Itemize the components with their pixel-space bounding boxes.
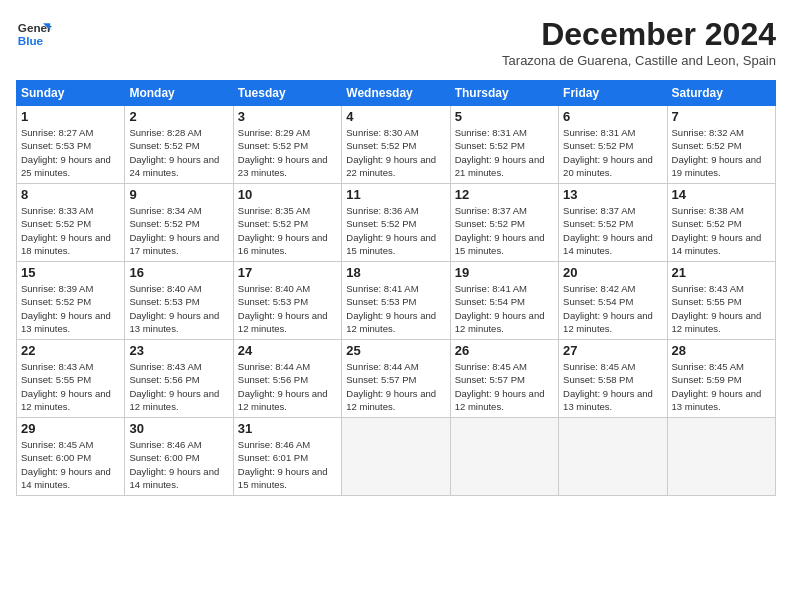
day-number: 13 — [563, 187, 662, 202]
day-info: Sunrise: 8:27 AMSunset: 5:53 PMDaylight:… — [21, 126, 120, 179]
day-number: 18 — [346, 265, 445, 280]
day-info: Sunrise: 8:38 AMSunset: 5:52 PMDaylight:… — [672, 204, 771, 257]
day-number: 16 — [129, 265, 228, 280]
calendar-day-cell: 6Sunrise: 8:31 AMSunset: 5:52 PMDaylight… — [559, 106, 667, 184]
day-number: 24 — [238, 343, 337, 358]
location-subtitle: Tarazona de Guarena, Castille and Leon, … — [502, 53, 776, 68]
calendar-day-cell: 30Sunrise: 8:46 AMSunset: 6:00 PMDayligh… — [125, 418, 233, 496]
day-info: Sunrise: 8:41 AMSunset: 5:54 PMDaylight:… — [455, 282, 554, 335]
day-number: 3 — [238, 109, 337, 124]
day-number: 31 — [238, 421, 337, 436]
day-number: 20 — [563, 265, 662, 280]
col-sunday: Sunday — [17, 81, 125, 106]
col-wednesday: Wednesday — [342, 81, 450, 106]
day-info: Sunrise: 8:43 AMSunset: 5:55 PMDaylight:… — [21, 360, 120, 413]
calendar-day-cell: 14Sunrise: 8:38 AMSunset: 5:52 PMDayligh… — [667, 184, 775, 262]
day-info: Sunrise: 8:33 AMSunset: 5:52 PMDaylight:… — [21, 204, 120, 257]
calendar-day-cell: 7Sunrise: 8:32 AMSunset: 5:52 PMDaylight… — [667, 106, 775, 184]
calendar-day-cell: 1Sunrise: 8:27 AMSunset: 5:53 PMDaylight… — [17, 106, 125, 184]
month-title: December 2024 — [502, 16, 776, 53]
calendar-day-cell: 15Sunrise: 8:39 AMSunset: 5:52 PMDayligh… — [17, 262, 125, 340]
col-friday: Friday — [559, 81, 667, 106]
calendar-day-cell: 18Sunrise: 8:41 AMSunset: 5:53 PMDayligh… — [342, 262, 450, 340]
calendar-day-cell: 17Sunrise: 8:40 AMSunset: 5:53 PMDayligh… — [233, 262, 341, 340]
svg-text:General: General — [18, 21, 52, 34]
day-info: Sunrise: 8:42 AMSunset: 5:54 PMDaylight:… — [563, 282, 662, 335]
day-info: Sunrise: 8:34 AMSunset: 5:52 PMDaylight:… — [129, 204, 228, 257]
day-info: Sunrise: 8:44 AMSunset: 5:57 PMDaylight:… — [346, 360, 445, 413]
day-number: 17 — [238, 265, 337, 280]
calendar-day-cell: 29Sunrise: 8:45 AMSunset: 6:00 PMDayligh… — [17, 418, 125, 496]
day-info: Sunrise: 8:46 AMSunset: 6:00 PMDaylight:… — [129, 438, 228, 491]
calendar-day-cell — [450, 418, 558, 496]
calendar-day-cell — [342, 418, 450, 496]
calendar-week-row: 15Sunrise: 8:39 AMSunset: 5:52 PMDayligh… — [17, 262, 776, 340]
day-number: 5 — [455, 109, 554, 124]
day-number: 28 — [672, 343, 771, 358]
day-info: Sunrise: 8:44 AMSunset: 5:56 PMDaylight:… — [238, 360, 337, 413]
day-number: 10 — [238, 187, 337, 202]
calendar-day-cell: 26Sunrise: 8:45 AMSunset: 5:57 PMDayligh… — [450, 340, 558, 418]
day-info: Sunrise: 8:30 AMSunset: 5:52 PMDaylight:… — [346, 126, 445, 179]
day-info: Sunrise: 8:45 AMSunset: 5:58 PMDaylight:… — [563, 360, 662, 413]
day-number: 14 — [672, 187, 771, 202]
calendar-day-cell: 3Sunrise: 8:29 AMSunset: 5:52 PMDaylight… — [233, 106, 341, 184]
col-saturday: Saturday — [667, 81, 775, 106]
day-info: Sunrise: 8:36 AMSunset: 5:52 PMDaylight:… — [346, 204, 445, 257]
day-info: Sunrise: 8:35 AMSunset: 5:52 PMDaylight:… — [238, 204, 337, 257]
day-info: Sunrise: 8:39 AMSunset: 5:52 PMDaylight:… — [21, 282, 120, 335]
day-number: 27 — [563, 343, 662, 358]
calendar-day-cell: 28Sunrise: 8:45 AMSunset: 5:59 PMDayligh… — [667, 340, 775, 418]
page-header: General Blue December 2024 Tarazona de G… — [16, 16, 776, 76]
day-number: 22 — [21, 343, 120, 358]
logo: General Blue — [16, 16, 52, 52]
day-info: Sunrise: 8:31 AMSunset: 5:52 PMDaylight:… — [563, 126, 662, 179]
calendar-day-cell: 16Sunrise: 8:40 AMSunset: 5:53 PMDayligh… — [125, 262, 233, 340]
day-number: 21 — [672, 265, 771, 280]
calendar-week-row: 8Sunrise: 8:33 AMSunset: 5:52 PMDaylight… — [17, 184, 776, 262]
calendar-day-cell: 20Sunrise: 8:42 AMSunset: 5:54 PMDayligh… — [559, 262, 667, 340]
day-info: Sunrise: 8:32 AMSunset: 5:52 PMDaylight:… — [672, 126, 771, 179]
day-number: 25 — [346, 343, 445, 358]
day-number: 12 — [455, 187, 554, 202]
calendar-day-cell: 9Sunrise: 8:34 AMSunset: 5:52 PMDaylight… — [125, 184, 233, 262]
calendar-day-cell: 24Sunrise: 8:44 AMSunset: 5:56 PMDayligh… — [233, 340, 341, 418]
day-info: Sunrise: 8:45 AMSunset: 6:00 PMDaylight:… — [21, 438, 120, 491]
calendar-day-cell — [667, 418, 775, 496]
col-tuesday: Tuesday — [233, 81, 341, 106]
day-number: 19 — [455, 265, 554, 280]
calendar-day-cell: 27Sunrise: 8:45 AMSunset: 5:58 PMDayligh… — [559, 340, 667, 418]
day-info: Sunrise: 8:41 AMSunset: 5:53 PMDaylight:… — [346, 282, 445, 335]
day-info: Sunrise: 8:31 AMSunset: 5:52 PMDaylight:… — [455, 126, 554, 179]
calendar-header-row: Sunday Monday Tuesday Wednesday Thursday… — [17, 81, 776, 106]
col-monday: Monday — [125, 81, 233, 106]
day-info: Sunrise: 8:37 AMSunset: 5:52 PMDaylight:… — [563, 204, 662, 257]
day-number: 30 — [129, 421, 228, 436]
day-number: 2 — [129, 109, 228, 124]
day-number: 15 — [21, 265, 120, 280]
calendar-day-cell: 12Sunrise: 8:37 AMSunset: 5:52 PMDayligh… — [450, 184, 558, 262]
calendar-week-row: 22Sunrise: 8:43 AMSunset: 5:55 PMDayligh… — [17, 340, 776, 418]
day-number: 11 — [346, 187, 445, 202]
day-number: 6 — [563, 109, 662, 124]
calendar-day-cell: 10Sunrise: 8:35 AMSunset: 5:52 PMDayligh… — [233, 184, 341, 262]
day-number: 26 — [455, 343, 554, 358]
day-number: 8 — [21, 187, 120, 202]
day-info: Sunrise: 8:28 AMSunset: 5:52 PMDaylight:… — [129, 126, 228, 179]
calendar-day-cell: 23Sunrise: 8:43 AMSunset: 5:56 PMDayligh… — [125, 340, 233, 418]
day-info: Sunrise: 8:46 AMSunset: 6:01 PMDaylight:… — [238, 438, 337, 491]
calendar-week-row: 1Sunrise: 8:27 AMSunset: 5:53 PMDaylight… — [17, 106, 776, 184]
calendar-day-cell: 19Sunrise: 8:41 AMSunset: 5:54 PMDayligh… — [450, 262, 558, 340]
calendar-day-cell: 22Sunrise: 8:43 AMSunset: 5:55 PMDayligh… — [17, 340, 125, 418]
calendar-day-cell: 8Sunrise: 8:33 AMSunset: 5:52 PMDaylight… — [17, 184, 125, 262]
calendar-day-cell — [559, 418, 667, 496]
day-number: 29 — [21, 421, 120, 436]
day-info: Sunrise: 8:43 AMSunset: 5:55 PMDaylight:… — [672, 282, 771, 335]
calendar-table: Sunday Monday Tuesday Wednesday Thursday… — [16, 80, 776, 496]
day-info: Sunrise: 8:45 AMSunset: 5:59 PMDaylight:… — [672, 360, 771, 413]
calendar-day-cell: 13Sunrise: 8:37 AMSunset: 5:52 PMDayligh… — [559, 184, 667, 262]
day-number: 4 — [346, 109, 445, 124]
svg-text:Blue: Blue — [18, 34, 44, 47]
calendar-day-cell: 21Sunrise: 8:43 AMSunset: 5:55 PMDayligh… — [667, 262, 775, 340]
day-info: Sunrise: 8:37 AMSunset: 5:52 PMDaylight:… — [455, 204, 554, 257]
